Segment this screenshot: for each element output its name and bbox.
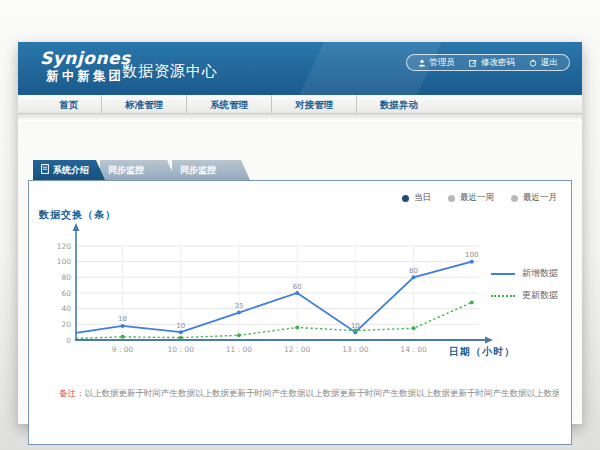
nav-item-data-change[interactable]: 数据异动 bbox=[356, 95, 441, 113]
admin-user-button[interactable]: 管理员 bbox=[418, 57, 456, 69]
document-icon bbox=[41, 164, 49, 176]
company-logo: Synjones 新中新集团 bbox=[40, 48, 131, 84]
svg-text:20: 20 bbox=[61, 320, 71, 329]
svg-text:0: 0 bbox=[66, 336, 71, 345]
user-actions-group: 管理员 修改密码 退出 bbox=[406, 54, 571, 71]
svg-text:60: 60 bbox=[61, 289, 71, 298]
svg-text:100: 100 bbox=[57, 257, 72, 266]
tab-system-intro[interactable]: 系统介绍 bbox=[33, 160, 105, 180]
line-chart: 0204060801001209 : 0010 : 0011 : 0012 : … bbox=[29, 181, 571, 366]
admin-user-label: 管理员 bbox=[430, 57, 456, 69]
tab-system-intro-label: 系统介绍 bbox=[53, 164, 89, 177]
svg-text:9 : 00: 9 : 00 bbox=[112, 345, 134, 354]
main-nav: 首页 标准管理 系统管理 对接管理 数据异动 bbox=[18, 95, 582, 114]
chart-legend: 新增数据 更新数据 bbox=[491, 267, 558, 302]
legend-item-new-data[interactable]: 新增数据 bbox=[491, 267, 558, 280]
page-card: Synjones 新中新集团 数据资源中心 管理员 修改密码 退出 bbox=[18, 42, 582, 424]
nav-item-system-mgmt[interactable]: 系统管理 bbox=[186, 95, 271, 113]
change-password-label: 修改密码 bbox=[481, 57, 515, 69]
tab-sync-monitor-2[interactable]: 同步监控 bbox=[172, 160, 250, 180]
app-header: Synjones 新中新集团 数据资源中心 管理员 修改密码 退出 bbox=[18, 42, 582, 95]
svg-text:60: 60 bbox=[293, 283, 302, 291]
nav-shadow bbox=[18, 114, 582, 121]
svg-text:10 : 00: 10 : 00 bbox=[168, 345, 195, 354]
x-axis-title: 日期（小时） bbox=[449, 345, 515, 359]
svg-text:120: 120 bbox=[57, 242, 72, 251]
svg-text:40: 40 bbox=[61, 304, 71, 313]
svg-text:18: 18 bbox=[118, 315, 127, 323]
user-icon bbox=[418, 59, 426, 67]
svg-text:12 : 00: 12 : 00 bbox=[284, 345, 311, 354]
page-title: 数据资源中心 bbox=[122, 62, 218, 81]
svg-text:14 : 00: 14 : 00 bbox=[400, 345, 427, 354]
legend-new-data-label: 新增数据 bbox=[522, 267, 558, 280]
legend-item-update-data[interactable]: 更新数据 bbox=[491, 289, 558, 302]
logout-button[interactable]: 退出 bbox=[529, 57, 558, 69]
footnote-colon: ： bbox=[76, 388, 85, 398]
logo-brand-text: Synjones bbox=[40, 48, 131, 68]
legend-swatch-dotted-line bbox=[491, 295, 515, 297]
content-area: 系统介绍 同步监控 同步监控 当日 最近一周 最近一月 bbox=[18, 121, 582, 423]
svg-text:10: 10 bbox=[351, 322, 360, 330]
svg-text:80: 80 bbox=[409, 267, 418, 275]
footnote-prefix: 备注 bbox=[59, 388, 76, 398]
nav-item-home[interactable]: 首页 bbox=[36, 95, 101, 113]
edit-icon bbox=[469, 59, 477, 67]
chart-panel: 当日 最近一周 最近一月 数据交换（条） 0204060801001209 : … bbox=[28, 180, 572, 445]
nav-item-standard-mgmt[interactable]: 标准管理 bbox=[101, 95, 186, 113]
svg-text:11 : 00: 11 : 00 bbox=[226, 345, 253, 354]
tab-sync-monitor-1-label: 同步监控 bbox=[108, 164, 144, 177]
footnote: 备注：以上数据更新于时间产生数据以上数据更新于时间产生数据以上数据更新于时间产生… bbox=[59, 388, 559, 400]
change-password-button[interactable]: 修改密码 bbox=[469, 57, 515, 69]
logout-label: 退出 bbox=[541, 57, 558, 69]
footnote-text: 以上数据更新于时间产生数据以上数据更新于时间产生数据以上数据更新于时间产生数据以… bbox=[85, 388, 560, 398]
legend-update-data-label: 更新数据 bbox=[522, 289, 558, 302]
svg-text:100: 100 bbox=[465, 251, 478, 259]
legend-swatch-solid-line bbox=[491, 273, 515, 275]
logo-company-name: 新中新集团 bbox=[40, 68, 131, 84]
tab-sync-monitor-1[interactable]: 同步监控 bbox=[100, 160, 176, 180]
power-icon bbox=[529, 59, 537, 67]
svg-text:35: 35 bbox=[234, 302, 243, 310]
svg-text:13 : 00: 13 : 00 bbox=[342, 345, 369, 354]
nav-item-interface-mgmt[interactable]: 对接管理 bbox=[271, 95, 356, 113]
svg-text:10: 10 bbox=[176, 322, 185, 330]
tab-sync-monitor-2-label: 同步监控 bbox=[180, 164, 216, 177]
svg-text:80: 80 bbox=[61, 273, 71, 282]
